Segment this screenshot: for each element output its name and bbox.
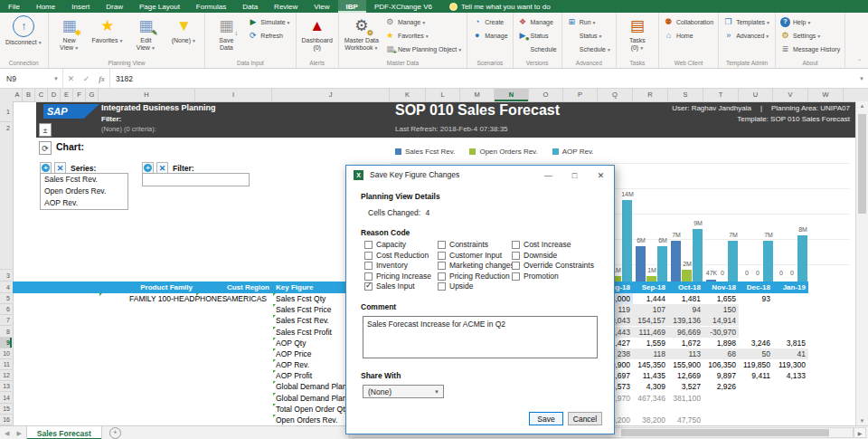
checkbox-constraints[interactable]: [438, 241, 446, 249]
collapse-ribbon-icon[interactable]: ⌃: [857, 58, 862, 64]
series-item-sales-fcst-rev[interactable]: Sales Fcst Rev.: [41, 174, 127, 186]
cell-open-orders-rev-oct-18[interactable]: 47,750: [668, 415, 703, 425]
cell-total-open-order-qty-oct-18[interactable]: [668, 404, 703, 415]
row-header-15[interactable]: 15: [0, 404, 12, 415]
row-header-2[interactable]: 2: [0, 122, 12, 270]
cell-aop-rev-oct-18[interactable]: 155,900: [668, 359, 703, 370]
ribbon-item-edit-view[interactable]: ▦✎EditView▼: [127, 14, 164, 58]
column-header-g[interactable]: G: [86, 88, 99, 101]
cell-sales-fcst-price-jan-19[interactable]: [773, 304, 808, 315]
column-header-e[interactable]: E: [61, 88, 73, 101]
cell-sales-fcst-rev-dec-18[interactable]: [739, 315, 773, 326]
ribbon-item-templates[interactable]: ❐Templates▼: [722, 15, 772, 28]
cell-aop-rev-sep-18[interactable]: 145,350: [633, 359, 668, 370]
cell-global-demand-plan-rev-oct-18[interactable]: 381,100: [668, 393, 703, 404]
checkbox-customer-input[interactable]: [438, 252, 446, 260]
row-header-8[interactable]: 8: [0, 327, 12, 338]
row-header-1[interactable]: 1: [0, 101, 12, 122]
vertical-scrollbar[interactable]: ▲ ▼: [855, 101, 868, 425]
scroll-right-icon[interactable]: ▶: [854, 427, 866, 438]
sheet-prev-icon[interactable]: ◀: [5, 430, 9, 437]
ribbon-item-new-view[interactable]: ▦✱NewView▼: [52, 14, 88, 58]
ribbon-item-favorites[interactable]: ★Favorites▼: [90, 14, 127, 58]
cell-aop-price-jan-19[interactable]: 41: [773, 348, 808, 359]
row-header-4[interactable]: 4: [0, 282, 12, 293]
sheet-next-icon[interactable]: ▶: [16, 430, 21, 437]
ribbon-item-home[interactable]: ⌂Home: [662, 29, 715, 42]
tab-insert[interactable]: Insert: [63, 0, 98, 13]
row-header-3[interactable]: 3: [0, 270, 12, 282]
refresh-chart-icon[interactable]: ⟳: [39, 141, 52, 155]
cell-aop-rev-nov-18[interactable]: 106,350: [703, 359, 739, 370]
save-button[interactable]: Save: [529, 412, 563, 425]
ribbon-item-new-planning-object[interactable]: ▦+New Planning Object▼: [383, 43, 464, 55]
cell-aop-profit-jan-19[interactable]: 4,133: [773, 370, 808, 381]
tab-draw[interactable]: Draw: [98, 0, 131, 13]
row-header-14[interactable]: 14: [0, 393, 12, 404]
ribbon-item-master-data-workbook[interactable]: ⚙⚙Master DataWorkbook▼: [342, 14, 382, 58]
tab-ibp[interactable]: IBP: [338, 0, 366, 13]
column-header-l[interactable]: L: [426, 88, 460, 101]
ribbon-item-dashboard-0[interactable]: ▲Dashboard(0): [299, 14, 335, 58]
cell-sales-fcst-price-sep-18[interactable]: 107: [633, 304, 668, 315]
ribbon-item-none[interactable]: ▼(None)▼: [165, 14, 202, 58]
column-header-v[interactable]: V: [773, 88, 808, 101]
cell-sales-fcst-qty-nov-18[interactable]: 1,655: [703, 293, 739, 304]
insert-function-icon[interactable]: fx: [94, 69, 109, 88]
cell-aop-price-sep-18[interactable]: 118: [633, 348, 668, 359]
scroll-up-icon[interactable]: ▲: [856, 103, 868, 109]
row-header-10[interactable]: 10: [0, 348, 12, 359]
cell-aop-profit-oct-18[interactable]: 12,669: [668, 370, 703, 381]
column-header-i[interactable]: I: [195, 88, 272, 101]
cell-aop-qty-jan-19[interactable]: 3,815: [773, 338, 808, 348]
series-listbox[interactable]: Sales Fcst Rev.Open Orders Rev.AOP Rev.: [40, 173, 128, 210]
scroll-down-icon[interactable]: ▼: [856, 418, 868, 424]
ribbon-item-advanced[interactable]: »Advanced▼: [722, 29, 772, 42]
tab-home[interactable]: Home: [28, 0, 63, 13]
ribbon-item-refresh[interactable]: ⟳Refresh: [246, 29, 292, 42]
row-header-5[interactable]: 5: [0, 293, 12, 304]
cell-sales-fcst-rev-jan-19[interactable]: [773, 315, 808, 326]
tab-page-layout[interactable]: Page Layout: [131, 0, 188, 13]
close-icon[interactable]: ✕: [588, 166, 614, 185]
column-header-j[interactable]: J: [272, 88, 390, 101]
ribbon-item-help[interactable]: ?Help▼: [778, 15, 842, 28]
tab-formulas[interactable]: Formulas: [188, 0, 234, 13]
cell-global-demand-plan-qty-sep-18[interactable]: 4,309: [633, 381, 668, 392]
cell-aop-price-dec-18[interactable]: 50: [739, 348, 773, 359]
cell-sales-fcst-rev-nov-18[interactable]: 14,914: [703, 315, 739, 326]
cell-sales-fcst-price-dec-18[interactable]: [739, 304, 773, 315]
cell-sales-fcst-rev-sep-18[interactable]: 154,157: [633, 315, 668, 326]
cell-open-orders-rev-jan-19[interactable]: [773, 415, 808, 425]
ribbon-item-schedule[interactable]: Schedule: [516, 43, 559, 55]
tab-file[interactable]: File: [0, 0, 28, 13]
checkbox-cost-reduction[interactable]: [364, 252, 373, 260]
cell-open-orders-rev-nov-18[interactable]: [703, 415, 739, 425]
cell-global-demand-plan-qty-dec-18[interactable]: [739, 381, 773, 392]
expand-formula-bar-icon[interactable]: ▼: [855, 69, 868, 88]
ribbon-item-simulate[interactable]: ▶Simulate▼: [246, 15, 292, 28]
checkbox-override-constraints[interactable]: [512, 262, 520, 270]
ribbon-item-manage[interactable]: ●Manage: [470, 29, 509, 42]
cell-aop-price-nov-18[interactable]: 68: [703, 348, 739, 359]
checkbox-cost-increase[interactable]: [512, 241, 520, 249]
column-header-d[interactable]: D: [48, 88, 61, 101]
comment-textarea[interactable]: Sales Forecast Increase for ACME in Q2: [363, 316, 598, 358]
checkbox-upside[interactable]: [438, 282, 446, 291]
row-header-13[interactable]: 13: [0, 381, 12, 392]
series-item-open-orders-rev[interactable]: Open Orders Rev.: [41, 186, 127, 197]
sheet-tab-sales-forecast[interactable]: Sales Forecast: [26, 426, 102, 439]
cell-global-demand-plan-qty-jan-19[interactable]: [773, 381, 808, 392]
column-header-q[interactable]: Q: [598, 88, 633, 101]
ribbon-item-collaboration[interactable]: ⚉Collaboration: [662, 15, 715, 28]
cell-total-open-order-qty-nov-18[interactable]: [703, 404, 739, 415]
column-header-t[interactable]: T: [703, 88, 739, 101]
horizontal-scroll-thumb[interactable]: [621, 429, 829, 436]
column-header-u[interactable]: U: [739, 88, 773, 101]
cell-global-demand-plan-rev-jan-19[interactable]: [773, 393, 808, 404]
cell-global-demand-plan-qty-oct-18[interactable]: 3,527: [668, 381, 703, 392]
cell-sales-fcst-qty-sep-18[interactable]: 1,444: [633, 293, 668, 304]
checkbox-promotion[interactable]: [512, 272, 520, 281]
cell-total-open-order-qty-dec-18[interactable]: [739, 404, 773, 415]
cell-sales-fcst-rev-oct-18[interactable]: 139,136: [668, 315, 703, 326]
